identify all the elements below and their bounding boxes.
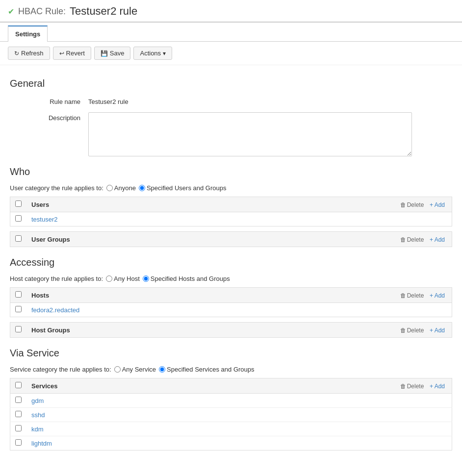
table-row: gdm	[10, 394, 452, 408]
via-service-section: Via Service Service category the rule ap…	[10, 348, 452, 451]
accessing-specified-radio[interactable]	[143, 276, 149, 282]
hosts-add-label: + Add	[430, 292, 445, 299]
user-groups-add-label: + Add	[430, 236, 445, 243]
services-add-label: + Add	[430, 383, 445, 390]
actions-button[interactable]: Actions ▾	[133, 47, 172, 60]
who-specified-option[interactable]: Specified Users and Groups	[139, 184, 227, 192]
hosts-actions-header: 🗑 Delete + Add	[238, 288, 452, 303]
services-select-all[interactable]	[15, 382, 22, 388]
trash-icon: 🗑	[400, 327, 406, 334]
accessing-section: Accessing Host category the rule applies…	[10, 257, 452, 338]
host-groups-check-header	[10, 323, 27, 338]
save-button[interactable]: 💾 Save	[94, 47, 131, 60]
accessing-any-host-option[interactable]: Any Host	[106, 275, 140, 282]
description-group: Description	[10, 112, 452, 156]
service-any-option[interactable]: Any Service	[114, 366, 156, 373]
host-groups-table: Host Groups 🗑 Delete + Add	[10, 322, 452, 338]
page-title: Testuser2 rule	[70, 5, 137, 18]
accessing-category-label: Host category the rule applies to:	[10, 275, 103, 282]
description-label: Description	[10, 112, 88, 122]
hosts-delete-button[interactable]: 🗑 Delete	[398, 292, 426, 299]
host-groups-delete-button[interactable]: 🗑 Delete	[398, 327, 426, 334]
breadcrumb: HBAC Rule:	[18, 6, 66, 17]
hosts-select-all[interactable]	[15, 291, 22, 298]
general-section: General Rule name Testuser2 rule Descrip…	[10, 78, 452, 156]
accessing-specified-label: Specified Hosts and Groups	[151, 275, 230, 282]
revert-icon: ↩	[59, 50, 64, 57]
who-specified-radio[interactable]	[139, 185, 145, 191]
refresh-button[interactable]: ↻ Refresh	[8, 47, 50, 60]
host-link[interactable]: fedora2.redacted	[31, 306, 79, 314]
users-select-all[interactable]	[15, 200, 22, 207]
rule-name-value: Testuser2 rule	[88, 96, 128, 105]
service-any-radio[interactable]	[114, 366, 121, 373]
host-groups-add-button[interactable]: + Add	[428, 327, 447, 334]
user-groups-select-all[interactable]	[15, 235, 22, 242]
revert-button[interactable]: ↩ Revert	[53, 47, 91, 60]
service-category-group: Service category the rule applies to: An…	[10, 366, 452, 373]
table-row: kdm	[10, 422, 452, 436]
who-category-label: User category the rule applies to:	[10, 184, 103, 192]
service-link[interactable]: gdm	[31, 397, 44, 404]
who-category-group: User category the rule applies to: Anyon…	[10, 184, 452, 192]
services-add-button[interactable]: + Add	[428, 383, 447, 390]
service-specified-radio[interactable]	[159, 366, 165, 373]
rule-name-group: Rule name Testuser2 rule	[10, 96, 452, 105]
table-row: testuser2	[10, 212, 452, 226]
who-anyone-radio[interactable]	[106, 185, 113, 191]
description-textarea[interactable]	[88, 112, 412, 156]
accessing-any-host-radio[interactable]	[106, 276, 112, 282]
service-link[interactable]: sshd	[31, 411, 45, 419]
users-add-button[interactable]: + Add	[428, 201, 447, 208]
users-table: Users 🗑 Delete + Add testuser2	[10, 197, 452, 226]
services-actions-header: 🗑 Delete + Add	[188, 378, 452, 394]
tab-settings[interactable]: Settings	[8, 25, 48, 42]
row-checkbox[interactable]	[15, 397, 22, 403]
via-service-section-title: Via Service	[10, 348, 452, 359]
row-checkbox[interactable]	[15, 411, 22, 417]
user-groups-actions-header: 🗑 Delete + Add	[219, 232, 452, 247]
service-specified-label: Specified Services and Groups	[167, 366, 254, 373]
who-anyone-label: Anyone	[114, 184, 136, 192]
users-check-header	[10, 197, 27, 212]
hosts-delete-label: Delete	[407, 292, 424, 299]
page-header: ✔ HBAC Rule: Testuser2 rule	[0, 0, 462, 23]
user-groups-header: User Groups	[26, 232, 219, 247]
user-groups-check-header	[10, 232, 27, 247]
actions-label: Actions	[140, 50, 161, 57]
service-specified-option[interactable]: Specified Services and Groups	[159, 366, 254, 373]
who-specified-label: Specified Users and Groups	[147, 184, 227, 192]
user-groups-add-button[interactable]: + Add	[428, 236, 447, 243]
user-link[interactable]: testuser2	[31, 216, 57, 223]
row-checkbox[interactable]	[15, 439, 22, 446]
row-checkbox[interactable]	[15, 425, 22, 431]
host-groups-delete-label: Delete	[407, 327, 424, 334]
accessing-specified-option[interactable]: Specified Hosts and Groups	[143, 275, 230, 282]
row-checkbox[interactable]	[15, 215, 22, 222]
hosts-add-button[interactable]: + Add	[428, 292, 447, 299]
revert-label: Revert	[66, 50, 85, 57]
users-actions-header: 🗑 Delete + Add	[188, 197, 452, 212]
check-icon: ✔	[8, 7, 14, 16]
table-row: fedora2.redacted	[10, 303, 452, 317]
host-groups-select-all[interactable]	[15, 326, 22, 332]
who-anyone-option[interactable]: Anyone	[106, 184, 136, 192]
row-checkbox[interactable]	[15, 306, 22, 312]
service-link[interactable]: lightdm	[31, 440, 52, 447]
services-check-header	[10, 378, 27, 394]
user-groups-delete-button[interactable]: 🗑 Delete	[398, 236, 426, 243]
who-section: Who User category the rule applies to: A…	[10, 166, 452, 247]
users-delete-button[interactable]: 🗑 Delete	[398, 201, 426, 208]
accessing-category-group: Host category the rule applies to: Any H…	[10, 275, 452, 282]
user-groups-delete-label: Delete	[407, 236, 424, 243]
hosts-check-header	[10, 288, 27, 303]
table-row: sshd	[10, 408, 452, 422]
accessing-section-title: Accessing	[10, 257, 452, 268]
users-header: Users	[26, 197, 188, 212]
host-groups-actions-header: 🗑 Delete + Add	[219, 323, 452, 338]
services-delete-button[interactable]: 🗑 Delete	[398, 383, 426, 390]
users-delete-label: Delete	[407, 201, 424, 208]
who-section-title: Who	[10, 166, 452, 177]
service-link[interactable]: kdm	[31, 426, 44, 433]
trash-icon: 🗑	[400, 201, 406, 208]
